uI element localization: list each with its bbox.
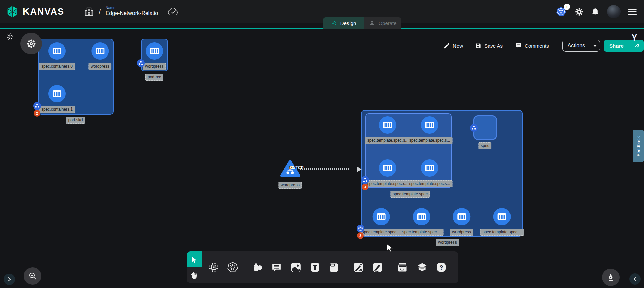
tab-operate[interactable]: Operate: [364, 17, 401, 29]
shapes-tool[interactable]: [252, 262, 263, 273]
breadcrumb-separator: /: [99, 7, 101, 16]
avatar[interactable]: [607, 5, 621, 18]
drawer-tool[interactable]: [396, 262, 408, 273]
node-container[interactable]: spec.containers.1: [39, 85, 75, 113]
node-container[interactable]: wordpress: [143, 42, 166, 70]
feedback-tab[interactable]: Feedback: [633, 130, 644, 162]
text-icon: [310, 262, 320, 273]
error-count-badge[interactable]: 3: [357, 232, 364, 239]
mouse-cursor-icon: [386, 243, 394, 252]
node-label: spec.template.spec....: [360, 229, 404, 236]
hamburger-menu-icon[interactable]: [628, 9, 637, 15]
help-tool[interactable]: ?: [436, 262, 447, 273]
share-button[interactable]: Share: [604, 40, 644, 52]
pen-nib-button[interactable]: [602, 269, 620, 286]
y-icon[interactable]: Y: [631, 32, 637, 43]
note-tool[interactable]: [328, 262, 339, 273]
kanvas-logo-icon[interactable]: [5, 5, 19, 19]
node-container[interactable]: wordpress: [88, 42, 111, 70]
node-container[interactable]: spec.template.spec.s...: [407, 159, 453, 187]
comment-tool[interactable]: [271, 262, 282, 273]
actions-dropdown-button[interactable]: Actions: [562, 40, 600, 52]
pen-path-icon: [353, 262, 364, 273]
text-tool[interactable]: [310, 262, 320, 273]
name-field-value[interactable]: Edge-Network-Relatio: [106, 10, 159, 18]
right-strip-divider: [626, 29, 626, 288]
container-icon: [91, 42, 109, 60]
spiral-icon[interactable]: [5, 32, 14, 42]
container-icon: [453, 208, 470, 225]
pod-badge[interactable]: [137, 59, 145, 67]
hand-icon: [190, 271, 198, 279]
brand-title: KANVAS: [23, 7, 64, 17]
kubernetes-badge-icon[interactable]: [357, 225, 364, 232]
node-label: spec.template.spec....: [400, 229, 444, 236]
layers-tool[interactable]: [416, 262, 428, 273]
container-icon: [493, 208, 511, 225]
node-container[interactable]: spec.template.spec....: [480, 208, 524, 236]
container-icon: [48, 85, 66, 102]
node-label: wordpress: [88, 63, 111, 70]
cluster-flower-button[interactable]: [20, 33, 42, 54]
node-container[interactable]: spec.containers.0: [39, 42, 75, 70]
node-label: spec.template.spec.s...: [365, 137, 411, 144]
gear-icon[interactable]: [575, 7, 584, 16]
save-as-button[interactable]: Save As: [475, 43, 503, 49]
actions-caret-button[interactable]: [590, 40, 600, 52]
select-cursor-tool[interactable]: [187, 251, 202, 267]
node-container[interactable]: wordpress: [450, 208, 473, 236]
zoom-search-button[interactable]: [24, 267, 41, 285]
error-count-badge[interactable]: 2: [34, 110, 40, 117]
node-container[interactable]: spec.template.spec.s...: [365, 159, 411, 187]
organization-building-icon[interactable]: [84, 7, 94, 17]
node-container[interactable]: spec.template.spec....: [360, 208, 404, 236]
node-label: wordpress: [143, 63, 166, 70]
error-count-badge[interactable]: 3: [362, 184, 368, 190]
components-chip-tool[interactable]: [208, 262, 219, 273]
shapes-icon: [252, 262, 263, 273]
container-icon: [421, 159, 438, 177]
chip-icon: [208, 262, 219, 273]
node-label: spec.containers.0: [39, 63, 75, 70]
bell-icon[interactable]: [591, 7, 600, 16]
kubernetes-context-icon[interactable]: 1: [556, 6, 567, 17]
tab-design[interactable]: Design: [323, 17, 364, 29]
freehand-draw-tool[interactable]: [372, 262, 383, 273]
pen-nib-icon: [606, 273, 615, 282]
pod-badge[interactable]: [361, 176, 369, 184]
canvas-top-border: [0, 28, 644, 29]
kubernetes-tool[interactable]: [227, 262, 238, 273]
node-label: wordpress: [450, 229, 473, 236]
pod-badge[interactable]: [33, 102, 41, 110]
save-as-button-label: Save As: [484, 43, 503, 49]
image-tool[interactable]: [290, 262, 302, 273]
node-container[interactable]: spec.template.spec.s...: [407, 116, 453, 144]
node-label-spec: spec: [478, 142, 491, 149]
container-icon: [421, 116, 438, 134]
pod-badge[interactable]: [470, 124, 478, 132]
tab-operate-label: Operate: [378, 20, 396, 26]
left-strip-divider: [19, 29, 19, 288]
design-name-field[interactable]: Name Edge-Network-Relatio: [106, 6, 159, 18]
service-edge[interactable]: [300, 168, 358, 170]
node-container[interactable]: spec.template.spec....: [400, 208, 444, 236]
actions-button-label: Actions: [563, 43, 590, 49]
collapse-left-button[interactable]: [629, 273, 641, 285]
caret-down-icon: [593, 45, 597, 47]
bottom-toolbar: ?: [187, 251, 458, 283]
edge-pen-tool[interactable]: [353, 262, 364, 273]
floppy-save-icon: [475, 43, 481, 49]
container-icon: [379, 116, 396, 134]
pan-hand-tool[interactable]: [187, 267, 202, 283]
top-navbar: KANVAS / Name Edge-Network-Relatio 1: [0, 0, 644, 23]
expand-right-button[interactable]: [4, 274, 15, 285]
context-count-badge: 1: [564, 4, 570, 10]
group-label-pod-skd: pod-skd: [66, 117, 85, 124]
node-service-wordpress[interactable]: wordpress: [278, 159, 302, 189]
comments-button[interactable]: Comments: [515, 42, 549, 49]
node-container[interactable]: spec.template.spec.s...: [365, 116, 411, 144]
chevron-right-icon: [7, 277, 12, 282]
flower-gear-icon: [26, 39, 36, 48]
comment-icon: [271, 262, 282, 273]
new-button[interactable]: New: [443, 43, 463, 49]
